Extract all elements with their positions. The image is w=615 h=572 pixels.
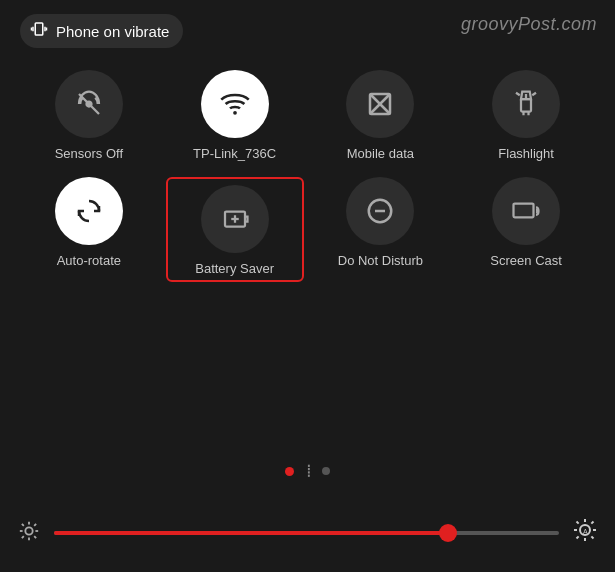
- tile-flashlight-circle: [492, 70, 560, 138]
- svg-rect-0: [35, 23, 43, 35]
- tile-flashlight-label: Flashlight: [498, 146, 554, 161]
- tile-dnd[interactable]: Do Not Disturb: [312, 177, 450, 282]
- brightness-thumb[interactable]: [439, 524, 457, 542]
- svg-line-24: [34, 536, 36, 538]
- tile-dnd-label: Do Not Disturb: [338, 253, 423, 268]
- tile-battery-saver-label: Battery Saver: [195, 261, 274, 276]
- svg-line-33: [591, 536, 593, 538]
- status-pill-label: Phone on vibrate: [56, 23, 169, 40]
- tile-screen-cast[interactable]: Screen Cast: [457, 177, 595, 282]
- tile-battery-saver[interactable]: Battery Saver: [166, 177, 304, 282]
- tile-mobile-data-circle: [346, 70, 414, 138]
- dot-2: [322, 467, 330, 475]
- status-pill: Phone on vibrate: [20, 14, 183, 48]
- watermark: groovyPost.com: [461, 14, 597, 35]
- tile-auto-rotate-circle: [55, 177, 123, 245]
- svg-line-25: [22, 536, 24, 538]
- tile-dnd-circle: [346, 177, 414, 245]
- svg-point-5: [86, 102, 91, 107]
- svg-line-26: [34, 523, 36, 525]
- tile-auto-rotate[interactable]: Auto-rotate: [20, 177, 158, 282]
- vibrate-icon: [30, 20, 48, 42]
- brightness-row: A: [18, 518, 597, 548]
- tile-screen-cast-label: Screen Cast: [490, 253, 562, 268]
- quick-settings-grid: Sensors Off TP-Link_736C Mobile data: [0, 60, 615, 292]
- tile-auto-rotate-label: Auto-rotate: [57, 253, 121, 268]
- page-dots: ⁞: [0, 462, 615, 480]
- svg-point-6: [233, 111, 237, 115]
- tile-battery-saver-circle: [201, 185, 269, 253]
- svg-line-34: [577, 536, 579, 538]
- brightness-max-icon: A: [573, 518, 597, 548]
- svg-rect-17: [514, 204, 534, 218]
- svg-rect-10: [521, 99, 531, 112]
- dot-1: [285, 467, 294, 476]
- tile-sensors-off[interactable]: Sensors Off: [20, 70, 158, 161]
- brightness-fill: [54, 531, 448, 535]
- tile-sensors-off-circle: [55, 70, 123, 138]
- svg-line-35: [591, 522, 593, 524]
- svg-line-23: [22, 523, 24, 525]
- tile-mobile-data[interactable]: Mobile data: [312, 70, 450, 161]
- tile-tp-link[interactable]: TP-Link_736C: [166, 70, 304, 161]
- tile-screen-cast-circle: [492, 177, 560, 245]
- svg-line-32: [577, 522, 579, 524]
- svg-point-18: [25, 527, 32, 534]
- tile-sensors-off-label: Sensors Off: [55, 146, 123, 161]
- tile-tp-link-label: TP-Link_736C: [193, 146, 276, 161]
- brightness-min-icon: [18, 520, 40, 547]
- tile-mobile-data-label: Mobile data: [347, 146, 414, 161]
- brightness-slider[interactable]: [54, 531, 559, 535]
- dots-separator: ⁞: [306, 462, 312, 480]
- tile-flashlight[interactable]: Flashlight: [457, 70, 595, 161]
- tile-tp-link-circle: [201, 70, 269, 138]
- svg-text:A: A: [583, 528, 588, 535]
